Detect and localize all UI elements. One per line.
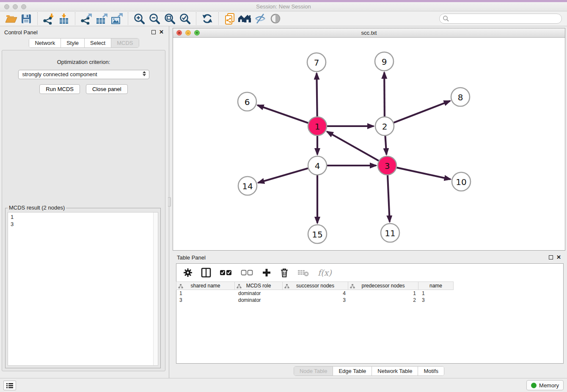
zoom-fit-icon[interactable] <box>162 12 177 25</box>
tab-network[interactable]: Network <box>29 39 61 47</box>
open-session-icon[interactable] <box>3 12 19 25</box>
graph-edge-3-10[interactable] <box>396 168 450 179</box>
graph-node-label-2: 2 <box>382 121 388 132</box>
zoom-selected-icon[interactable] <box>177 12 193 25</box>
console-button[interactable] <box>3 381 16 390</box>
network-title: scc.txt <box>173 30 565 36</box>
table-cell[interactable]: dominator <box>235 297 283 304</box>
clone-network-icon[interactable] <box>222 12 237 25</box>
splitter-handle[interactable] <box>168 197 171 207</box>
tab-edge-table[interactable]: Edge Table <box>333 367 372 375</box>
float-panel-icon[interactable] <box>151 30 156 34</box>
graph-edge-1-6[interactable] <box>258 105 308 123</box>
tab-motifs[interactable]: Motifs <box>418 367 444 375</box>
delete-column-trash-icon[interactable] <box>280 268 289 278</box>
graph-node-label-10: 10 <box>456 177 466 187</box>
graph-edge-4-14[interactable] <box>258 168 308 182</box>
toolbar-separator <box>75 12 75 25</box>
table-panel-title: Table Panel <box>177 254 206 261</box>
graph-edge-2-9[interactable] <box>384 72 385 116</box>
table-row[interactable]: 1dominator411 <box>176 290 563 297</box>
main-toolbar <box>0 11 567 26</box>
close-panel-button[interactable]: Close panel <box>86 84 128 94</box>
graph-edge-2-8[interactable] <box>394 101 450 122</box>
tab-select[interactable]: Select <box>85 39 111 47</box>
table-cell[interactable]: 2 <box>349 297 419 304</box>
table-cell[interactable]: 3 <box>176 297 235 304</box>
run-mcds-button[interactable]: Run MCDS <box>39 84 80 94</box>
graph-node-label-11: 11 <box>385 228 395 238</box>
graph-node-label-8: 8 <box>458 92 463 102</box>
column-header-predecessor-nodes[interactable]: predecessor nodes <box>348 282 418 290</box>
table-toolbar: f(x) <box>176 264 563 282</box>
hide-selected-icon[interactable] <box>253 12 268 25</box>
export-network-icon[interactable] <box>79 12 94 25</box>
apply-layout-icon[interactable] <box>200 12 215 25</box>
column-header-shared-name[interactable]: shared name <box>176 282 235 290</box>
graph-edge-3-1[interactable] <box>327 132 379 161</box>
column-browser-icon[interactable] <box>201 268 211 278</box>
result-scrollbar[interactable] <box>153 213 158 365</box>
control-panel-title: Control Panel <box>4 29 38 36</box>
select-all-icon[interactable] <box>220 269 232 276</box>
table-settings-gear-icon[interactable] <box>183 268 193 277</box>
graph-node-label-14: 14 <box>242 181 253 191</box>
import-table-icon[interactable] <box>56 12 72 25</box>
node-table-header[interactable]: shared nameMCDS rolesuccessor nodesprede… <box>176 282 563 290</box>
graph-node-label-9: 9 <box>382 57 387 67</box>
memory-button[interactable]: Memory <box>526 380 564 390</box>
criterion-value: strongly connected component <box>22 71 97 77</box>
deselect-all-icon[interactable] <box>241 269 253 276</box>
table-float-icon[interactable] <box>549 255 553 259</box>
tab-mcds[interactable]: MCDS <box>111 39 138 47</box>
mcds-result-textarea[interactable]: 13 <box>8 212 158 366</box>
first-neighbors-icon[interactable] <box>237 12 253 25</box>
zoom-out-icon[interactable] <box>147 12 162 25</box>
table-cell[interactable]: 1 <box>176 290 235 297</box>
graph-edge-2-3[interactable] <box>385 136 386 155</box>
table-cell[interactable]: 1 <box>419 290 454 297</box>
mcds-result-title: MCDS result (2 nodes) <box>8 204 66 211</box>
toolbar-separator <box>196 12 196 25</box>
table-close-icon[interactable]: ✕ <box>556 255 561 259</box>
import-network-icon[interactable] <box>41 12 56 25</box>
mcds-result-group: MCDS result (2 nodes) 13 <box>5 208 161 368</box>
search-icon <box>443 15 449 23</box>
tab-node-table[interactable]: Node Table <box>294 367 333 375</box>
column-header-successor-nodes[interactable]: successor nodes <box>282 282 348 290</box>
column-header-name[interactable]: name <box>418 282 454 290</box>
table-cell[interactable]: 3 <box>419 297 454 304</box>
save-session-icon[interactable] <box>19 12 34 25</box>
criterion-select[interactable]: strongly connected component <box>18 70 149 79</box>
app-title: Session: New Session <box>0 3 567 10</box>
graph-node-label-15: 15 <box>312 229 322 240</box>
export-table-icon[interactable] <box>94 12 109 25</box>
table-cell[interactable]: 1 <box>349 290 419 297</box>
table-cell[interactable]: 4 <box>283 290 349 297</box>
zoom-in-icon[interactable] <box>132 12 147 25</box>
close-panel-icon[interactable]: ✕ <box>159 30 164 34</box>
graph-edge-1-7[interactable] <box>317 73 317 116</box>
network-canvas[interactable]: 7968124314101511 <box>173 38 565 250</box>
export-image-icon[interactable] <box>109 12 124 25</box>
table-cell[interactable]: 3 <box>283 297 349 304</box>
graph-node-label-6: 6 <box>245 97 250 107</box>
delete-table-icon <box>297 268 309 277</box>
tab-style[interactable]: Style <box>61 39 85 47</box>
mcds-panel: Optimization criterion: strongly connect… <box>2 50 165 371</box>
tab-network-table[interactable]: Network Table <box>372 367 418 375</box>
create-column-icon[interactable] <box>262 268 271 277</box>
toolbar-separator <box>37 12 38 25</box>
show-graphics-details-icon[interactable] <box>268 12 283 25</box>
control-panel: Control Panel ✕ Network Style Select MCD… <box>0 26 168 378</box>
criterion-label: Optimization criterion: <box>2 59 165 65</box>
app-titlebar: Session: New Session <box>0 2 567 11</box>
search-input[interactable] <box>439 14 562 24</box>
graph-edge-3-11[interactable] <box>388 175 390 222</box>
table-cell[interactable]: dominator <box>235 290 283 297</box>
function-builder-icon: f(x) <box>318 268 332 277</box>
column-header-MCDS-role[interactable]: MCDS role <box>234 282 283 290</box>
table-row[interactable]: 3dominator323 <box>176 297 563 304</box>
mcds-result-lines: 13 <box>8 213 158 229</box>
network-titlebar[interactable]: ✕ − + scc.txt <box>173 28 565 38</box>
